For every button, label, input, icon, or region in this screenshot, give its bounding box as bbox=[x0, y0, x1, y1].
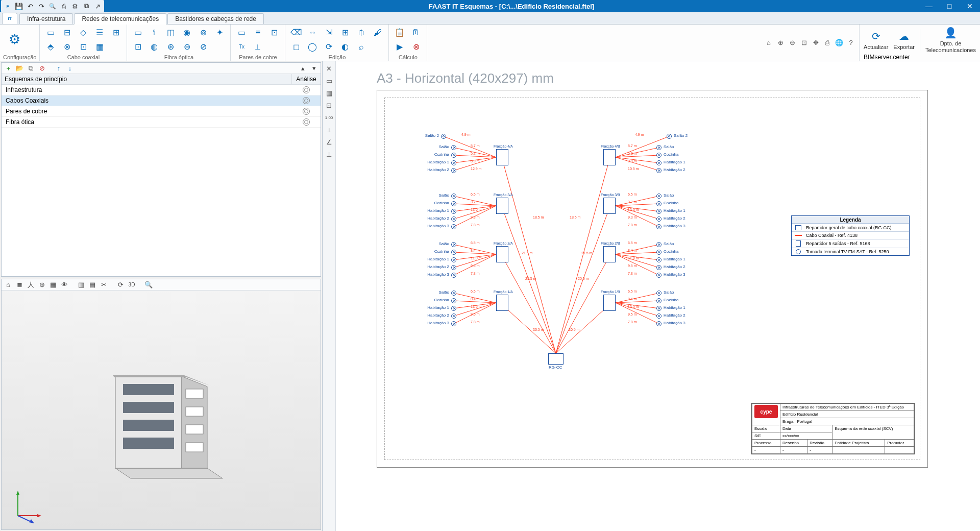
viewer3d-canvas[interactable] bbox=[2, 291, 321, 529]
fibra-tool-3-icon[interactable]: ◫ bbox=[163, 26, 178, 39]
outlet-node[interactable] bbox=[667, 134, 672, 139]
analyse-icon[interactable] bbox=[303, 97, 310, 104]
repart-1b[interactable]: Fracção 1/B bbox=[603, 295, 616, 311]
v3d-grid2-icon[interactable]: ▤ bbox=[88, 280, 97, 289]
fibra-tool-6-icon[interactable]: ✦ bbox=[212, 26, 227, 39]
print-icon[interactable]: ⎙ bbox=[59, 2, 68, 11]
v3d-home-icon[interactable]: ⌂ bbox=[4, 280, 13, 289]
bim-dpto-button[interactable]: 👤 Dpto. de Telecomunicaciones bbox=[925, 26, 976, 53]
edit-tool-8-icon[interactable]: ◯ bbox=[305, 40, 320, 54]
view-home-icon[interactable]: ⌂ bbox=[764, 38, 774, 48]
minimize-button[interactable]: — bbox=[919, 0, 939, 12]
view-pan-icon[interactable]: ✥ bbox=[811, 38, 821, 48]
gear-icon[interactable]: ⚙ bbox=[3, 29, 26, 51]
outlet-node[interactable] bbox=[451, 291, 456, 296]
outlet-node[interactable] bbox=[451, 145, 456, 150]
v3d-person-icon[interactable]: 人 bbox=[26, 280, 35, 289]
calc-cancel-icon[interactable]: ⊗ bbox=[408, 40, 424, 54]
calc-tool-2-icon[interactable]: 🗓 bbox=[408, 26, 424, 39]
coax-tool-4-icon[interactable]: ☰ bbox=[92, 26, 107, 39]
export-icon[interactable]: ↗ bbox=[93, 2, 102, 11]
app-logo-tab[interactable]: IT bbox=[2, 13, 17, 24]
repart-4a[interactable]: Fracção 4/A bbox=[496, 149, 508, 165]
qat-logo[interactable]: F bbox=[3, 2, 12, 11]
coax-tool-5-icon[interactable]: ⊞ bbox=[108, 26, 124, 39]
tab-bastidores[interactable]: Bastidores e cabeças de rede bbox=[167, 13, 264, 24]
analyse-icon[interactable] bbox=[303, 86, 310, 93]
fibra-tool-4-icon[interactable]: ◉ bbox=[179, 26, 194, 39]
outlet-node[interactable] bbox=[451, 313, 456, 319]
fibra-tool-8-icon[interactable]: ◍ bbox=[146, 40, 162, 54]
drawing-canvas[interactable]: A3 - Horizontal (420x297) mm RG-CC bbox=[336, 61, 980, 531]
vt-ortho-icon[interactable]: ⊥ bbox=[324, 149, 334, 159]
schema-row-infraestrutura[interactable]: Infraestrutura bbox=[2, 85, 321, 95]
outlet-node[interactable] bbox=[451, 250, 456, 255]
pares-tool-2-icon[interactable]: ≡ bbox=[250, 26, 265, 39]
outlet-node[interactable] bbox=[451, 201, 456, 206]
edit-tool-1-icon[interactable]: ⌫ bbox=[288, 26, 304, 39]
outlet-node[interactable] bbox=[656, 160, 662, 165]
outlet-node[interactable] bbox=[451, 194, 456, 199]
coax-tool-10-icon[interactable] bbox=[108, 40, 124, 54]
view-globe-icon[interactable]: 🌐 bbox=[834, 38, 844, 48]
collapse-up-icon[interactable]: ▴ bbox=[298, 64, 307, 73]
view-zoomin-icon[interactable]: ⊕ bbox=[775, 38, 786, 48]
fibra-tool-1-icon[interactable]: ▭ bbox=[130, 26, 145, 39]
analyse-icon[interactable] bbox=[303, 118, 310, 126]
bim-actualizar-button[interactable]: ⟳ Actualizar bbox=[864, 30, 888, 50]
vt-close-icon[interactable]: ✕ bbox=[324, 63, 334, 74]
view-zoomout-icon[interactable]: ⊖ bbox=[787, 38, 797, 48]
repart-3a[interactable]: Fracção 3/A bbox=[496, 198, 508, 214]
v3d-3d-icon[interactable]: 3D bbox=[127, 280, 136, 289]
v3d-grid1-icon[interactable]: ▥ bbox=[77, 280, 86, 289]
collapse-down-icon[interactable]: ▾ bbox=[309, 64, 318, 73]
fibra-tool-12-icon[interactable] bbox=[212, 40, 227, 54]
v3d-eye-icon[interactable]: 👁 bbox=[60, 280, 69, 289]
copy2-icon[interactable]: ⧉ bbox=[26, 64, 35, 73]
outlet-node[interactable] bbox=[656, 209, 662, 214]
outlet-node[interactable] bbox=[451, 257, 456, 262]
coax-tool-8-icon[interactable]: ⊡ bbox=[76, 40, 91, 54]
v3d-layers-icon[interactable]: ≣ bbox=[15, 280, 24, 289]
edit-tool-3-icon[interactable]: ⇲ bbox=[321, 26, 336, 39]
outlet-node[interactable] bbox=[656, 313, 662, 319]
outlet-node[interactable] bbox=[656, 194, 662, 199]
fibra-tool-5-icon[interactable]: ⊚ bbox=[195, 26, 211, 39]
repart-4b[interactable]: Fracção 4/B bbox=[603, 149, 616, 165]
pares-tool-5-icon[interactable]: ⟂ bbox=[250, 40, 265, 54]
vt-measure-icon[interactable]: ⟂ bbox=[324, 125, 334, 135]
outlet-node[interactable] bbox=[451, 265, 456, 270]
calc-tool-1-icon[interactable]: 📋 bbox=[392, 26, 407, 39]
outlet-node[interactable] bbox=[656, 224, 662, 229]
outlet-node[interactable] bbox=[451, 242, 456, 247]
fibra-tool-7-icon[interactable]: ⊡ bbox=[130, 40, 145, 54]
schema-row-cabos-coaxiais[interactable]: Cabos Coaxiais bbox=[2, 95, 321, 106]
fibra-tool-10-icon[interactable]: ⊖ bbox=[179, 40, 194, 54]
edit-tool-12-icon[interactable] bbox=[370, 40, 385, 54]
outlet-node[interactable] bbox=[451, 273, 456, 278]
vt-scale-icon[interactable]: 1.00 bbox=[324, 112, 334, 123]
fibra-tool-11-icon[interactable]: ⊘ bbox=[195, 40, 211, 54]
outlet-node[interactable] bbox=[656, 201, 662, 206]
outlet-node[interactable] bbox=[656, 273, 662, 278]
outlet-node[interactable] bbox=[656, 145, 662, 150]
edit-tool-4-icon[interactable]: ⊞ bbox=[337, 26, 353, 39]
pares-tool-6-icon[interactable] bbox=[266, 40, 282, 54]
outlet-node[interactable] bbox=[451, 306, 456, 311]
edit-brush-icon[interactable]: 🖌 bbox=[370, 26, 385, 39]
edit-tool-9-icon[interactable]: ⟳ bbox=[321, 40, 336, 54]
vt-rect-icon[interactable]: ▭ bbox=[324, 76, 334, 86]
v3d-refresh-icon[interactable]: ⟳ bbox=[116, 280, 125, 289]
outlet-node[interactable] bbox=[451, 298, 456, 303]
outlet-node[interactable] bbox=[656, 265, 662, 270]
fibra-tool-2-icon[interactable]: ⟟ bbox=[146, 26, 162, 39]
edit-tool-2-icon[interactable]: ↔ bbox=[305, 26, 320, 39]
delete-icon[interactable]: ⊘ bbox=[37, 64, 46, 73]
repart-1a[interactable]: Fracção 1/A bbox=[496, 295, 508, 311]
open-icon[interactable]: 📂 bbox=[15, 64, 24, 73]
v3d-cut-icon[interactable]: ✂ bbox=[99, 280, 108, 289]
undo-icon[interactable]: ↶ bbox=[26, 2, 35, 11]
v3d-search-icon[interactable]: 🔍 bbox=[144, 280, 153, 289]
outlet-node[interactable] bbox=[656, 321, 662, 326]
outlet-node[interactable] bbox=[656, 168, 662, 173]
